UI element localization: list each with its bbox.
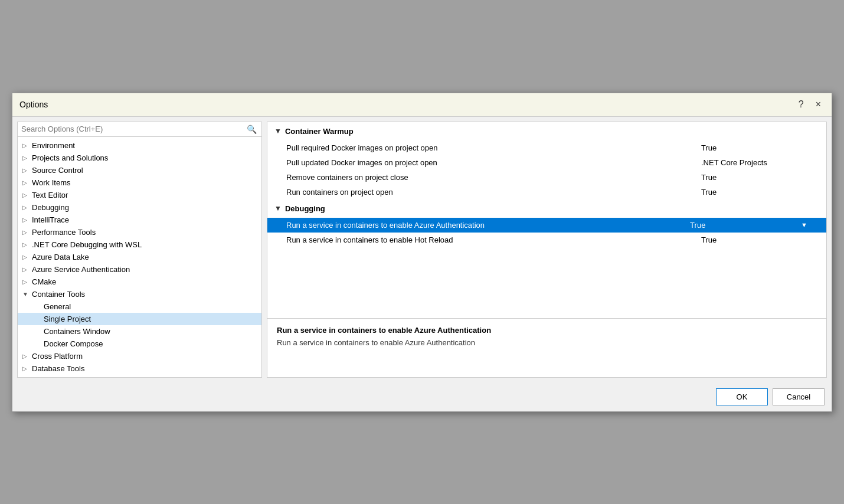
expand-arrow: ▷ [22, 217, 30, 223]
option-value: True [701, 143, 807, 152]
tree-item-source-control[interactable]: ▷Source Control [18, 164, 261, 176]
tree-item-label: IntelliTrace [32, 215, 69, 224]
tree-item-database-tools[interactable]: ▷Database Tools [18, 362, 261, 375]
tree-item-azure-data-lake[interactable]: ▷Azure Data Lake [18, 251, 261, 263]
section-header-container-warmup[interactable]: ▼Container Warmup [267, 122, 826, 140]
description-text: Run a service in containers to enable Az… [277, 338, 817, 347]
dialog-body: 🔍 ▷Environment▷Projects and Solutions▷So… [12, 117, 832, 382]
tree-item-label: General [44, 302, 71, 311]
section-title: Container Warmup [285, 127, 354, 136]
ok-button[interactable]: OK [716, 388, 768, 405]
tree-item-label: Environment [32, 141, 75, 150]
expand-arrow: ▷ [22, 229, 30, 235]
option-row[interactable]: Pull updated Docker images on project op… [267, 155, 826, 170]
expand-arrow: ▷ [22, 254, 30, 260]
option-value: True [701, 235, 807, 244]
search-box: 🔍 [18, 122, 261, 137]
tree-area[interactable]: ▷Environment▷Projects and Solutions▷Sour… [18, 137, 261, 377]
option-row[interactable]: Remove containers on project closeTrue [267, 170, 826, 185]
expand-arrow: ▷ [22, 192, 30, 198]
close-button[interactable]: × [812, 99, 825, 110]
expand-arrow: ▷ [22, 179, 30, 186]
option-row[interactable]: Pull required Docker images on project o… [267, 140, 826, 155]
tree-item-label: Debugging [32, 203, 69, 212]
option-label: Pull required Docker images on project o… [286, 143, 701, 152]
content-area: ▼Container WarmupPull required Docker im… [267, 122, 827, 319]
description-panel: Run a service in containers to enable Az… [267, 319, 827, 378]
tree-item-label: Database Tools [32, 364, 84, 373]
expand-arrow: ▷ [22, 241, 30, 248]
tree-item-containers-window[interactable]: Containers Window [18, 325, 261, 338]
section-chevron: ▼ [274, 127, 282, 135]
tree-item-label: Azure Service Authentication [32, 265, 130, 274]
tree-item-label: Containers Window [44, 327, 110, 336]
section-header-debugging[interactable]: ▼Debugging [267, 199, 826, 218]
tree-item-cmake[interactable]: ▷CMake [18, 276, 261, 288]
description-title: Run a service in containers to enable Az… [277, 326, 817, 335]
option-label: Run a service in containers to enable Ho… [286, 235, 701, 244]
option-label: Pull updated Docker images on project op… [286, 158, 701, 167]
help-button[interactable]: ? [795, 99, 807, 110]
option-label: Run a service in containers to enable Az… [286, 221, 690, 230]
option-row[interactable]: Run containers on project openTrue [267, 185, 826, 199]
dialog-footer: OK Cancel [12, 382, 832, 411]
tree-item-label: Performance Tools [32, 228, 96, 237]
tree-item-label: Cross Platform [32, 352, 83, 361]
option-value: .NET Core Projects [701, 158, 807, 167]
tree-item-label: Azure Data Lake [32, 253, 89, 261]
section-chevron: ▼ [274, 204, 282, 212]
search-input[interactable] [21, 125, 246, 133]
option-label: Run containers on project open [286, 188, 701, 197]
tree-item-label: Text Editor [32, 191, 68, 199]
expand-arrow: ▷ [22, 365, 30, 372]
option-value: True [690, 221, 796, 230]
option-value: True [701, 173, 807, 182]
tree-item-intellitrace[interactable]: ▷IntelliTrace [18, 214, 261, 226]
tree-item-label: Projects and Solutions [32, 153, 108, 162]
option-label: Remove containers on project close [286, 173, 701, 182]
option-row[interactable]: Run a service in containers to enable Az… [267, 218, 826, 233]
section-title: Debugging [285, 204, 325, 213]
tree-item-performance-tools[interactable]: ▷Performance Tools [18, 226, 261, 238]
tree-item-docker-compose[interactable]: Docker Compose [18, 338, 261, 350]
expand-arrow: ▷ [22, 279, 30, 285]
tree-item-label: Source Control [32, 166, 83, 175]
tree-item-cross-platform[interactable]: ▷Cross Platform [18, 350, 261, 362]
tree-item-dotnet-core-debugging[interactable]: ▷.NET Core Debugging with WSL [18, 238, 261, 251]
title-bar-controls: ? × [795, 99, 825, 110]
left-panel: 🔍 ▷Environment▷Projects and Solutions▷So… [17, 122, 262, 378]
expand-arrow: ▷ [22, 155, 30, 161]
tree-item-work-items[interactable]: ▷Work Items [18, 176, 261, 189]
expand-arrow: ▷ [22, 167, 30, 174]
expand-arrow: ▷ [22, 142, 30, 149]
option-value: True [701, 188, 807, 197]
expand-arrow: ▷ [22, 266, 30, 273]
expand-arrow: ▷ [22, 353, 30, 359]
right-panel: ▼Container WarmupPull required Docker im… [267, 122, 827, 378]
search-icon-button[interactable]: 🔍 [246, 125, 258, 134]
cancel-button[interactable]: Cancel [773, 388, 825, 405]
expand-arrow: ▼ [22, 291, 30, 297]
title-bar: Options ? × [12, 93, 832, 117]
tree-item-label: Work Items [32, 178, 71, 187]
tree-item-general[interactable]: General [18, 300, 261, 313]
tree-item-label: .NET Core Debugging with WSL [32, 240, 142, 249]
tree-item-projects-solutions[interactable]: ▷Projects and Solutions [18, 152, 261, 164]
tree-item-label: Single Project [44, 315, 91, 323]
tree-item-label: Docker Compose [44, 339, 103, 348]
tree-item-azure-service-auth[interactable]: ▷Azure Service Authentication [18, 263, 261, 276]
tree-item-container-tools[interactable]: ▼Container Tools [18, 288, 261, 300]
options-dialog: Options ? × 🔍 ▷Environment▷Projects and … [12, 93, 832, 412]
option-row[interactable]: Run a service in containers to enable Ho… [267, 233, 826, 247]
tree-item-debugging[interactable]: ▷Debugging [18, 201, 261, 214]
dropdown-arrow-icon[interactable]: ▼ [801, 221, 807, 228]
expand-arrow: ▷ [22, 204, 30, 211]
dialog-title: Options [19, 100, 48, 109]
tree-item-single-project[interactable]: Single Project [18, 313, 261, 325]
tree-item-text-editor[interactable]: ▷Text Editor [18, 189, 261, 201]
tree-item-environment[interactable]: ▷Environment [18, 139, 261, 152]
tree-item-label: Container Tools [32, 290, 85, 299]
tree-item-label: CMake [32, 277, 56, 286]
